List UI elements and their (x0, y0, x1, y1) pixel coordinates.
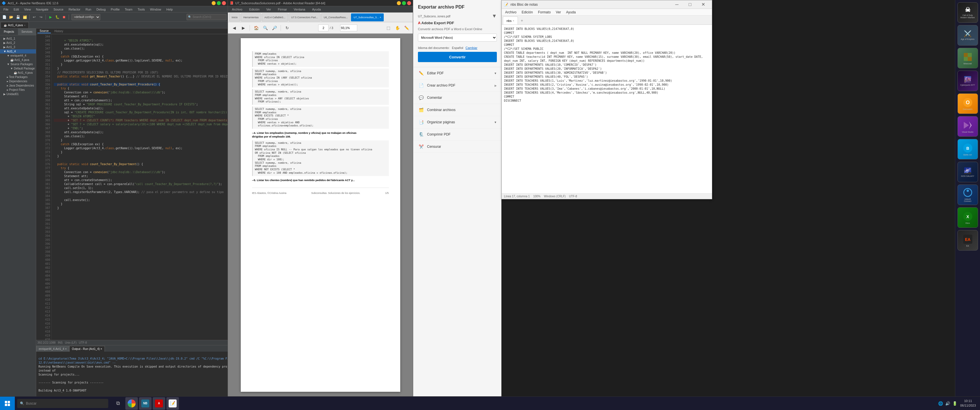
acrobat-action-edit-pdf[interactable]: ✏️ Editar PDF ▼ (414, 67, 501, 79)
nb-new-btn[interactable]: 📄 (1, 14, 7, 20)
np-new-tab-btn[interactable]: + (519, 16, 525, 24)
np-tab-close[interactable]: × (513, 19, 514, 22)
nb-menu-profile[interactable]: Profile (108, 7, 122, 12)
tree-item-act14[interactable]: ▼ Act1_4 (0, 49, 36, 54)
nb-menu-team[interactable]: Team (123, 7, 135, 12)
pdf-maximize-btn[interactable]: □ (402, 1, 406, 5)
pdf-menu-edicion[interactable]: Edición (247, 7, 262, 12)
nb-menu-source[interactable]: Source (51, 7, 66, 12)
pdf-zoom-out-btn[interactable]: 🔎 (270, 24, 278, 32)
taskbar-start-btn[interactable] (0, 397, 15, 410)
tree-item-act11[interactable]: ▶ Act1_1 (0, 37, 36, 41)
np-menu-ver[interactable]: Ver (554, 10, 563, 15)
notepad-maximize[interactable]: □ (683, 0, 697, 9)
tree-item-deps[interactable]: ▸ Dependencies (0, 79, 36, 83)
pdf-next-btn[interactable]: ▶ (239, 24, 247, 32)
nb-save-all-btn[interactable]: 🗂️ (22, 14, 28, 20)
pdf-nav-u75[interactable]: U7.5 Connectors Part... (289, 13, 320, 21)
acrobat-action-comment[interactable]: 💬 Comentar (414, 92, 501, 104)
tree-item-act14java[interactable]: ☕ Act1_4.java (0, 58, 36, 62)
netbeans-minimize-btn[interactable]: ─ (212, 1, 216, 5)
acrobat-action-compress[interactable]: 🗜️ Comprimir PDF (414, 129, 501, 141)
tree-item-java-deps[interactable]: ▸ Java Dependencies (0, 83, 36, 88)
code-container[interactable]: 344345346347348 349350351352353 35435535… (36, 34, 228, 340)
pdf-select-btn[interactable]: ⬚ (384, 24, 392, 32)
acrobat-action-redact[interactable]: ✂️ Censurar (414, 141, 501, 153)
pdf-minimize-btn[interactable]: ─ (397, 1, 401, 5)
nb-menu-debug[interactable]: Debug (94, 7, 108, 12)
pdf-prev-btn[interactable]: ◀ (230, 24, 238, 32)
pdf-menu-ventana[interactable]: Ventana (291, 7, 307, 12)
pdf-menu-ayuda[interactable]: Ayuda (310, 7, 323, 12)
tree-item-default-pkg[interactable]: ▼ Default Package (0, 66, 36, 71)
tree-item-act13[interactable]: ▶ Act1_3 (0, 45, 36, 49)
acrobat-action-create-pdf[interactable]: 📄 Crear archivo PDF ▶ (414, 79, 501, 92)
pdf-zoom-in-btn[interactable]: 🔍 (261, 24, 269, 32)
np-menu-archivo[interactable]: Archivo (503, 10, 519, 15)
nb-menu-help[interactable]: Help (164, 7, 175, 12)
nb-menu-refactor[interactable]: Refactor (66, 7, 83, 12)
pdf-annotate-btn[interactable]: ✏️ (402, 24, 410, 32)
nb-menu-tools[interactable]: Tools (135, 7, 147, 12)
output-tab-run[interactable]: enrique44_4.Act1_4 × (36, 346, 69, 352)
pdf-page-input[interactable] (318, 24, 328, 31)
np-menu-formato[interactable]: Formato (536, 10, 553, 15)
nb-open-btn[interactable]: 📂 (8, 14, 14, 20)
nb-menu-navigate[interactable]: Navigate (33, 7, 51, 12)
nb-menu-edit[interactable]: Edit (11, 7, 21, 12)
nb-editor-tab-act14[interactable]: ☕ Act1_4.java × (0, 22, 29, 28)
np-tab-nbs[interactable]: nbs × (503, 16, 518, 24)
netbeans-maximize-btn[interactable]: □ (217, 1, 221, 5)
pdf-content[interactable]: FROM empleados WHERE oficina IN (SELECT … (228, 33, 413, 396)
sidebar-app-cod[interactable]: ☠ Call of DutyModern Warfare (958, 2, 978, 23)
acrobat-action-combine[interactable]: 🗂️ Combinar archivos (414, 104, 501, 116)
code-editor[interactable]: + "BEGIN ATOMIC"; att.executeUpdate(sql)… (52, 34, 228, 340)
taskbar-app-notepad[interactable]: 📝 (166, 397, 179, 410)
taskbar-search-bar[interactable]: 🔍 Buscar (17, 399, 108, 408)
acrobat-lang-link[interactable]: Cambiar (466, 46, 477, 49)
sidebar-app-battle[interactable]: B Battle.net (958, 139, 978, 159)
sidebar-app-cyberpunk[interactable]: 🌆 Cyberpunk 2077 (958, 71, 978, 91)
pdf-menu-ver[interactable]: Ver (264, 7, 274, 12)
systray-battery-icon[interactable]: 🔋 (952, 401, 957, 406)
output-tab-output[interactable]: Output - Run (Act1_4) × (69, 346, 105, 352)
acrobat-convert-btn[interactable]: Convertir (418, 52, 497, 62)
pdf-menu-archivo[interactable]: Archivo (230, 7, 245, 12)
tree-item-test-pkg[interactable]: ▸ Test Packages (0, 75, 36, 79)
nb-run-btn[interactable]: ▶ (47, 14, 54, 20)
sidebar-app-aoe[interactable]: ⚔️ Age of Empires (958, 25, 978, 46)
output-content[interactable]: cd E:\Asignaturas\Tema 3\Act3_4\Act3_4; … (36, 352, 228, 396)
taskbar-app-acrobat[interactable]: A (153, 397, 165, 410)
tree-item-act14java2[interactable]: ☕ Act1_4.java (0, 71, 36, 75)
sidebar-app-galaxy[interactable]: 🌌 GOG GALAXY (958, 162, 978, 182)
tree-item-act12[interactable]: ▶ Act1_2 (0, 41, 36, 45)
tree-item-unidad01[interactable]: ▶ Unidad01 (0, 92, 36, 96)
nb-undo-btn[interactable]: ↩ (31, 14, 37, 20)
nb-tab-close-btn[interactable]: × (24, 24, 25, 27)
nb-stop-btn[interactable]: ⏹ (61, 14, 67, 20)
sidebar-app-xbox[interactable]: X Xbox (958, 207, 978, 228)
tree-item-project-files[interactable]: ▸ Project Files (0, 88, 36, 92)
history-tab[interactable]: History (52, 29, 65, 33)
netbeans-close-btn[interactable]: ✕ (222, 1, 226, 5)
pdf-nav-u7[interactable]: U7_Subconsultas_S... × (351, 13, 384, 21)
sidebar-app-minecraft[interactable]: Minecraft (958, 48, 978, 68)
taskbar-app-chrome[interactable] (125, 397, 138, 410)
taskbar-taskview-btn[interactable]: ⧉ (112, 397, 124, 410)
nb-menu-file[interactable]: File (1, 7, 11, 12)
sidebar-tab-projects[interactable]: Projects (0, 29, 18, 35)
nb-menu-run[interactable]: Run (83, 7, 94, 12)
sidebar-app-overwatch[interactable]: O Overwatch (958, 94, 978, 114)
pdf-rotate-btn[interactable]: ↻ (283, 24, 291, 32)
nb-debug-btn[interactable]: 🐛 (54, 14, 60, 20)
acrobat-action-organize[interactable]: 📑 Organizar páginas ▼ (414, 116, 501, 129)
systray-sound-icon[interactable]: 🔊 (945, 401, 950, 406)
taskbar-clock[interactable]: 10:11 06/11/2023 (959, 399, 977, 408)
pdf-home-btn[interactable]: 🏠 (252, 24, 260, 32)
acrobat-format-select[interactable]: Microsoft Word (*docx) Microsoft Excel (… (418, 33, 497, 41)
nb-config-select[interactable]: «default config» (72, 14, 100, 20)
nb-redo-btn[interactable]: ↪ (38, 14, 44, 20)
tree-item-enrique44[interactable]: ▼ enrique44_4 (0, 54, 36, 58)
sidebar-tab-services[interactable]: Services (18, 29, 36, 35)
acrobat-collapse-btn[interactable]: ▼ (492, 13, 497, 19)
